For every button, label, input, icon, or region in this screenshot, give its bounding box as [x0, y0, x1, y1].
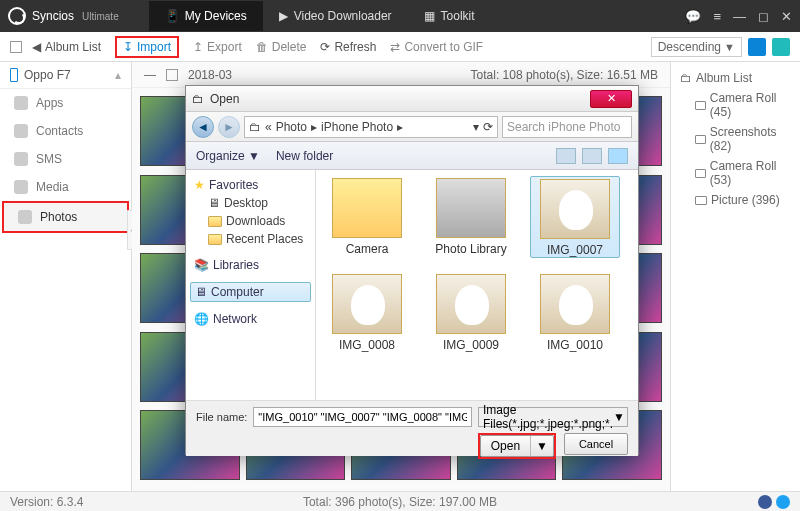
import-button[interactable]: ↧Import	[115, 36, 179, 58]
sidebar-item-contacts[interactable]: Contacts	[0, 117, 131, 145]
folder-icon: 🗀	[680, 71, 692, 85]
file-list: Camera Photo Library IMG_0007 IMG_0008 I…	[316, 170, 638, 400]
dialog-close-button[interactable]: ✕	[590, 90, 632, 108]
organize-menu[interactable]: Organize ▼	[196, 149, 260, 163]
album-item[interactable]: Camera Roll (45)	[677, 88, 794, 122]
file-filter-select[interactable]: Image Files(*.jpg;*.jpeg;*.png;*.▼	[478, 407, 628, 427]
image-thumb	[436, 274, 506, 334]
dialog-footer: File name: Image Files(*.jpg;*.jpeg;*.pn…	[186, 400, 638, 456]
import-icon: ↧	[123, 40, 133, 54]
search-input[interactable]: Search iPhone Photo	[502, 116, 632, 138]
folder-icon	[208, 216, 222, 227]
sms-icon	[14, 152, 28, 166]
chevron-down-icon[interactable]: ▼	[531, 436, 553, 456]
folder-name: 2018-03	[188, 68, 232, 82]
sort-select[interactable]: Descending ▼	[651, 37, 742, 57]
file-item[interactable]: Photo Library	[426, 176, 516, 258]
select-all-checkbox[interactable]	[10, 41, 22, 53]
file-item[interactable]: IMG_0009	[426, 272, 516, 352]
close-icon[interactable]: ✕	[781, 9, 792, 24]
camera-icon	[695, 101, 706, 110]
convert-icon: ⇄	[390, 40, 400, 54]
app-name: Syncios	[32, 9, 74, 23]
computer-icon: 🖥	[195, 285, 207, 299]
chat-icon[interactable]: 💬	[685, 9, 701, 24]
nav-video-downloader[interactable]: ▶Video Downloader	[263, 1, 408, 31]
dialog-sidebar: ★Favorites 🖥Desktop Downloads Recent Pla…	[186, 170, 316, 400]
view-date-icon[interactable]	[748, 38, 766, 56]
album-list-button[interactable]: ◀Album List	[32, 40, 101, 54]
favorites-group[interactable]: ★Favorites	[190, 176, 311, 194]
syncios-icon	[8, 7, 26, 25]
dialog-toolbar: Organize ▼ New folder	[186, 142, 638, 170]
star-icon: ★	[194, 178, 205, 192]
file-item[interactable]: Camera	[322, 176, 412, 258]
collapse-icon[interactable]: —	[144, 68, 156, 82]
social-links	[758, 495, 790, 509]
convert-gif-button[interactable]: ⇄Convert to GIF	[390, 40, 483, 54]
library-icon: 📚	[194, 258, 209, 272]
dialog-title: Open	[210, 92, 239, 106]
fav-downloads[interactable]: Downloads	[190, 212, 311, 230]
album-item[interactable]: Camera Roll (53)	[677, 156, 794, 190]
fav-desktop[interactable]: 🖥Desktop	[190, 194, 311, 212]
image-thumb	[540, 274, 610, 334]
nav-my-devices[interactable]: 📱My Devices	[149, 1, 263, 31]
nav-back-button[interactable]: ◄	[192, 116, 214, 138]
status-total: Total: 396 photo(s), Size: 197.00 MB	[303, 495, 497, 509]
refresh-button[interactable]: ⟳Refresh	[320, 40, 376, 54]
album-panel-title: 🗀Album List	[677, 68, 794, 88]
statusbar: Version: 6.3.4 Total: 396 photo(s), Size…	[0, 491, 800, 511]
filename-input[interactable]	[253, 407, 472, 427]
fav-recent[interactable]: Recent Places	[190, 230, 311, 248]
album-panel: 🗀Album List Camera Roll (45) Screenshots…	[670, 62, 800, 491]
folder-icon	[208, 234, 222, 245]
twitter-icon[interactable]	[776, 495, 790, 509]
view-grid-icon[interactable]	[772, 38, 790, 56]
sidebar-item-sms[interactable]: SMS	[0, 145, 131, 173]
new-folder-button[interactable]: New folder	[276, 149, 333, 163]
network-group[interactable]: 🌐Network	[190, 310, 311, 328]
refresh-icon[interactable]: ⟳	[483, 120, 493, 134]
delete-button[interactable]: 🗑Delete	[256, 40, 307, 54]
file-item[interactable]: IMG_0010	[530, 272, 620, 352]
cancel-button[interactable]: Cancel	[564, 433, 628, 455]
dropdown-icon[interactable]: ▾	[473, 120, 479, 134]
folder-icon	[332, 178, 402, 238]
folder-checkbox[interactable]	[166, 69, 178, 81]
sidebar-item-photos[interactable]: Photos	[2, 201, 129, 233]
file-item[interactable]: IMG_0007	[530, 176, 620, 258]
libraries-group[interactable]: 📚Libraries	[190, 256, 311, 274]
nav-toolkit[interactable]: ▦Toolkit	[408, 1, 491, 31]
contacts-icon	[14, 124, 28, 138]
preview-pane-button[interactable]	[582, 148, 602, 164]
top-nav: 📱My Devices ▶Video Downloader ▦Toolkit	[149, 1, 491, 31]
sidebar-item-apps[interactable]: Apps	[0, 89, 131, 117]
export-button[interactable]: ↥Export	[193, 40, 242, 54]
chevron-up-icon[interactable]: ▴	[115, 68, 121, 82]
window-controls: 💬 ≡ — ◻ ✕	[685, 9, 792, 24]
dialog-titlebar[interactable]: 🗀 Open ✕	[186, 86, 638, 112]
album-item[interactable]: Picture (396)	[677, 190, 794, 210]
camera-icon	[695, 196, 707, 205]
export-icon: ↥	[193, 40, 203, 54]
computer-group[interactable]: 🖥Computer	[190, 282, 311, 302]
album-item[interactable]: Screenshots (82)	[677, 122, 794, 156]
menu-icon[interactable]: ≡	[713, 9, 721, 24]
play-icon: ▶	[279, 9, 288, 23]
maximize-icon[interactable]: ◻	[758, 9, 769, 24]
help-button[interactable]	[608, 148, 628, 164]
nav-forward-button[interactable]: ►	[218, 116, 240, 138]
device-icon	[10, 68, 18, 82]
view-mode-button[interactable]	[556, 148, 576, 164]
app-logo: Syncios Ultimate	[8, 7, 119, 25]
address-bar[interactable]: 🗀 « Photo▸ iPhone Photo▸ ▾ ⟳	[244, 116, 498, 138]
minimize-icon[interactable]: —	[733, 9, 746, 24]
sidebar-item-media[interactable]: Media	[0, 173, 131, 201]
filename-label: File name:	[196, 411, 247, 423]
file-item[interactable]: IMG_0008	[322, 272, 412, 352]
device-row[interactable]: Oppo F7 ▴	[0, 62, 131, 89]
toolbar: ◀Album List ↧Import ↥Export 🗑Delete ⟳Ref…	[0, 32, 800, 62]
open-button[interactable]: Open▼	[480, 435, 554, 457]
facebook-icon[interactable]	[758, 495, 772, 509]
